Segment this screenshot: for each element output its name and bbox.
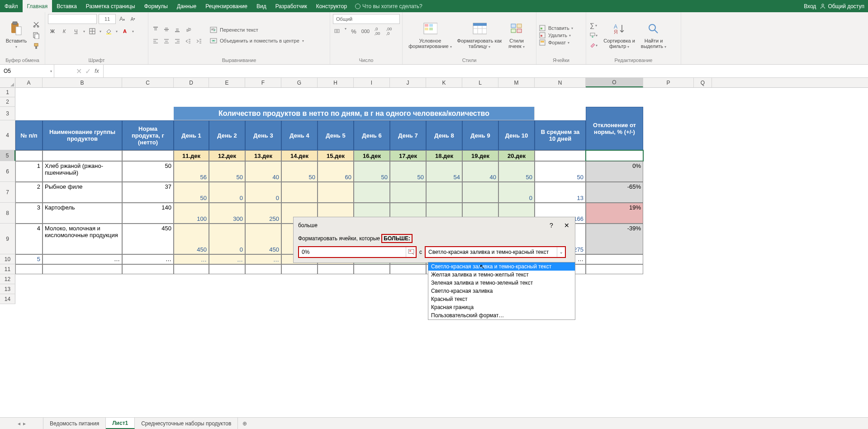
menu-developer[interactable]: Разработчик: [271, 0, 312, 12]
row-head-10[interactable]: 10: [0, 254, 15, 264]
header-day-4[interactable]: День 4: [281, 120, 318, 150]
row-1-d8[interactable]: [462, 182, 498, 203]
row-1-d0[interactable]: 50: [174, 182, 209, 203]
copy-button[interactable]: [32, 31, 41, 40]
row10-O[interactable]: [586, 254, 643, 264]
format-option-3[interactable]: Светло-красная заливка: [428, 287, 575, 295]
dialog-close-button[interactable]: ✕: [561, 220, 572, 231]
row-1-d2[interactable]: 0: [245, 182, 281, 203]
paste-button[interactable]: Вставить▾: [3, 17, 30, 53]
row-3-d0[interactable]: 450: [174, 224, 209, 254]
name-box[interactable]: O5▾: [0, 65, 54, 77]
header-day-9[interactable]: День 9: [462, 120, 498, 150]
col-head-Q[interactable]: Q: [694, 78, 712, 87]
row-head-13[interactable]: 13: [0, 284, 15, 294]
col-head-M[interactable]: M: [498, 78, 535, 87]
header-day-5[interactable]: День 5: [318, 120, 354, 150]
cancel-edit-button[interactable]: ✕: [74, 67, 83, 76]
col-head-O[interactable]: O: [586, 78, 643, 87]
row11-C[interactable]: [122, 264, 174, 274]
row-head-14[interactable]: 14: [0, 294, 15, 304]
col-head-N[interactable]: N: [535, 78, 586, 87]
row-2-d0[interactable]: 100: [174, 203, 209, 224]
date-7[interactable]: 18.дек: [426, 150, 462, 161]
row-2-d1[interactable]: 300: [209, 203, 245, 224]
col-head-A[interactable]: A: [15, 78, 43, 87]
row10-D[interactable]: …: [174, 254, 209, 264]
row11-J[interactable]: [390, 264, 426, 274]
row-2-d2[interactable]: 250: [245, 203, 281, 224]
row-3-d2[interactable]: 450: [245, 224, 281, 254]
header-title[interactable]: Количество продуктов в нетто по дням, в …: [174, 107, 535, 120]
dialog-format-dropdown[interactable]: Светло-красная заливка и темно-красный т…: [428, 262, 575, 320]
row-0-avg[interactable]: 50: [535, 161, 586, 182]
row10-B[interactable]: …: [43, 254, 122, 264]
menu-review[interactable]: Рецензирование: [201, 0, 252, 12]
format-table-button[interactable]: Форматировать как таблицу ▾: [457, 17, 502, 53]
col-head-J[interactable]: J: [390, 78, 426, 87]
indent-decrease-button[interactable]: [184, 37, 193, 46]
row-0-d5[interactable]: 50: [354, 161, 390, 182]
conditional-formatting-button[interactable]: Условное форматирование ▾: [405, 17, 455, 53]
row-0-d4[interactable]: 60: [318, 161, 354, 182]
font-name-select[interactable]: [48, 14, 97, 24]
dialog-format-select[interactable]: Светло-красная заливка и темно-красный т…: [425, 246, 566, 258]
clear-button[interactable]: ▾: [589, 41, 598, 50]
date-1[interactable]: 12.дек: [209, 150, 245, 161]
row-1-d3[interactable]: [281, 182, 318, 203]
format-option-2[interactable]: Зеленая заливка и темно-зеленый текст: [428, 279, 575, 287]
row-1-name[interactable]: Рыбное филе: [43, 182, 122, 203]
row-head-12[interactable]: 12: [0, 274, 15, 284]
header-day-3[interactable]: День 3: [245, 120, 281, 150]
menu-file[interactable]: Файл: [0, 0, 23, 12]
col-head-G[interactable]: G: [281, 78, 318, 87]
confirm-edit-button[interactable]: ✓: [83, 67, 92, 76]
row-1-d9[interactable]: 0: [498, 182, 535, 203]
date-2[interactable]: 13.дек: [245, 150, 281, 161]
tab-nav[interactable]: ◂▸: [0, 418, 43, 429]
header-no[interactable]: № п/п: [15, 120, 43, 150]
menu-home[interactable]: Главная: [23, 0, 52, 12]
header-norm[interactable]: Норма продукта, г (нетто): [122, 120, 174, 150]
row11-I[interactable]: [354, 264, 390, 274]
format-painter-button[interactable]: [32, 42, 41, 51]
sort-filter-button[interactable]: АЯ Сортировка и фильтр ▾: [602, 17, 636, 53]
header-day-1[interactable]: День 1: [174, 120, 209, 150]
row-2-norm[interactable]: 140: [122, 203, 174, 224]
currency-button[interactable]: [333, 27, 342, 36]
row-3-dev[interactable]: -39%: [586, 224, 643, 254]
formula-input[interactable]: [104, 65, 868, 77]
find-select-button[interactable]: Найти и выделить ▾: [638, 17, 669, 53]
row11-B[interactable]: [43, 264, 122, 274]
row10-F[interactable]: …: [245, 254, 281, 264]
menu-insert[interactable]: Вставка: [52, 0, 81, 12]
row-1-d1[interactable]: 0: [209, 182, 245, 203]
format-option-5[interactable]: Красная граница: [428, 303, 575, 311]
bold-button[interactable]: Ж: [48, 27, 57, 36]
font-size-select[interactable]: 11: [99, 14, 116, 24]
row-1-d7[interactable]: [426, 182, 462, 203]
header-day-10[interactable]: День 10: [498, 120, 535, 150]
increase-font-button[interactable]: A▴: [118, 14, 127, 24]
row-1-d6[interactable]: [390, 182, 426, 203]
row-0-dev[interactable]: 0%: [586, 161, 643, 182]
row-0-d0[interactable]: 56: [174, 161, 209, 182]
header-day-2[interactable]: День 2: [209, 120, 245, 150]
cell-A5[interactable]: [15, 150, 43, 161]
cell-B5[interactable]: [43, 150, 122, 161]
number-format-select[interactable]: Общий: [333, 14, 400, 24]
login-link[interactable]: Вход: [804, 3, 816, 10]
tell-me[interactable]: Что вы хотите сделать?: [351, 0, 426, 12]
format-option-6[interactable]: Пользовательский формат…: [428, 311, 575, 319]
row11-O[interactable]: [586, 264, 643, 274]
merge-button[interactable]: Объединить и поместить в центре ▾: [210, 37, 304, 44]
align-top-button[interactable]: [151, 25, 160, 34]
row-0-d3[interactable]: 50: [281, 161, 318, 182]
menu-layout[interactable]: Разметка страницы: [81, 0, 140, 12]
row-head-3[interactable]: 3: [0, 107, 15, 120]
header-avg[interactable]: В среднем за 10 дней: [535, 120, 586, 150]
cell-styles-button[interactable]: Стили ячеек ▾: [504, 17, 529, 53]
menu-designer[interactable]: Конструктор: [312, 0, 351, 12]
col-head-B[interactable]: B: [43, 78, 122, 87]
sheet-tab-2[interactable]: Среднесуточные наборы продуктов: [135, 418, 238, 429]
